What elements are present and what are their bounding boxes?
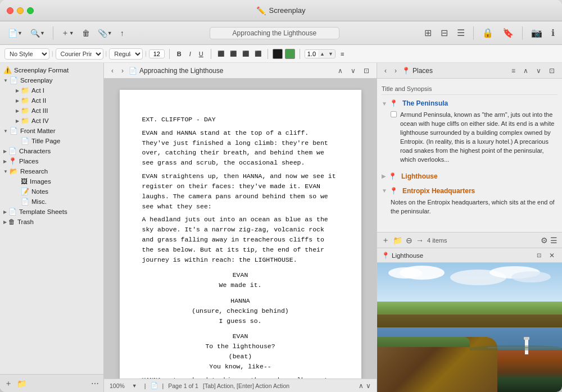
weight-select[interactable]: Regular bbox=[109, 48, 143, 60]
doc-scroll-up-button[interactable]: ∧ bbox=[359, 382, 364, 390]
sidebar-item-act4[interactable]: ▶ 📁 Act IV bbox=[0, 116, 103, 126]
sidebar: ⚠️ Screenplay Format ▼ 📄 Screenplay ▶ 📁 … bbox=[0, 63, 104, 392]
sidebar-folder-button[interactable]: 📁 bbox=[17, 379, 26, 388]
text-color-swatch[interactable] bbox=[273, 49, 283, 59]
sidebar-item-characters[interactable]: ▶ 📄 Characters bbox=[0, 146, 103, 156]
sidebar-item-images[interactable]: ▶ 🖼 Images bbox=[0, 176, 103, 186]
sidebar-item-front-matter[interactable]: ▼ 📄 Front Matter bbox=[0, 126, 103, 136]
panel-list-view-button[interactable]: ≡ bbox=[509, 66, 518, 76]
sidebar-more-button[interactable]: ⋯ bbox=[91, 379, 99, 388]
sidebar-item-screenplay[interactable]: ▼ 📄 Screenplay bbox=[0, 75, 103, 85]
panel-list-btn[interactable]: ☰ bbox=[550, 236, 558, 245]
grid-view-button[interactable]: ⊞ bbox=[422, 26, 434, 39]
lighthouse-cap bbox=[524, 337, 529, 340]
close-button[interactable] bbox=[7, 7, 13, 14]
doc-fullscreen-button[interactable]: ⊡ bbox=[361, 66, 372, 76]
distant-land bbox=[470, 345, 563, 350]
entropix-header[interactable]: ▼ 📍 Entropix Headquarters bbox=[382, 186, 558, 196]
sidebar-item-templates[interactable]: ▶ 📄 Template Sheets bbox=[0, 207, 103, 217]
panel-folder-button[interactable]: 📁 bbox=[393, 236, 402, 245]
panel-close-button[interactable]: ⊡ bbox=[546, 66, 558, 76]
align-center-button[interactable]: ⬛ bbox=[228, 49, 238, 58]
info-button[interactable]: ℹ bbox=[549, 26, 558, 39]
window-title: ✏️ Screenplay bbox=[256, 6, 305, 15]
font-select[interactable]: Courier Prime bbox=[56, 48, 103, 60]
bold-button[interactable]: B bbox=[174, 49, 184, 58]
peninsula-checkbox[interactable] bbox=[391, 111, 397, 117]
panel-title: 📍 Places bbox=[402, 67, 506, 75]
align-right-button[interactable]: ⬛ bbox=[241, 49, 251, 58]
act1-chevron-icon: ▶ bbox=[16, 88, 19, 93]
panel-down-button[interactable]: ∨ bbox=[533, 66, 544, 76]
minimize-button[interactable] bbox=[17, 7, 24, 14]
document-content-area[interactable]: EXT. CLIFFTOP - DAY EVAN and HANNA stand… bbox=[104, 79, 377, 379]
lock-icon: 🔒 bbox=[482, 28, 493, 38]
doc-scroll-down-button[interactable]: ∨ bbox=[366, 382, 371, 390]
panel-add-button[interactable]: ＋ bbox=[382, 235, 389, 245]
italic-button[interactable]: I bbox=[187, 49, 194, 58]
lock-button[interactable]: 🔒 bbox=[479, 26, 496, 39]
lighthouse-header[interactable]: ▶ 📍 Lighthouse bbox=[382, 171, 558, 181]
sidebar-item-act1[interactable]: ▶ 📁 Act I bbox=[0, 85, 103, 95]
page-info: Page 1 of 1 bbox=[168, 382, 198, 389]
bookmark-button[interactable]: 🔖 bbox=[500, 26, 516, 39]
peninsula-header[interactable]: ▼ 📍 The Peninsula bbox=[382, 98, 558, 108]
title-page-chevron-icon: ▶ bbox=[16, 139, 19, 144]
panel-settings-button[interactable]: ⚙ bbox=[541, 236, 548, 245]
line-spacing-up[interactable]: ▲ bbox=[318, 51, 327, 57]
document-page[interactable]: EXT. CLIFFTOP - DAY EVAN and HANNA stand… bbox=[120, 90, 361, 379]
sidebar-add-button[interactable]: ＋ bbox=[4, 379, 12, 389]
footer-sep2: | bbox=[162, 382, 164, 389]
peninsula-title: The Peninsula bbox=[402, 99, 448, 107]
doc-collapse-down-button[interactable]: ∨ bbox=[348, 66, 359, 76]
panel-up-button[interactable]: ∧ bbox=[520, 66, 531, 76]
list-style-button[interactable]: ≡ bbox=[338, 49, 347, 58]
character-3: EVAN bbox=[142, 331, 339, 341]
attach-button[interactable]: 📎 ▼ bbox=[94, 26, 116, 40]
font-size-input[interactable] bbox=[149, 49, 165, 58]
doc-collapse-up-button[interactable]: ∧ bbox=[335, 66, 346, 76]
lighthouse-title: Lighthouse bbox=[401, 172, 438, 180]
share-button[interactable]: ↑ bbox=[117, 26, 128, 40]
doc-back-button[interactable]: ‹ bbox=[108, 66, 116, 76]
sidebar-item-research[interactable]: ▼ 📂 Research bbox=[0, 166, 103, 176]
parenthetical-1: (unsure, checking behind) bbox=[142, 306, 339, 316]
style-select[interactable]: No Style bbox=[4, 48, 49, 60]
zoom-down-button[interactable]: ▼ bbox=[129, 382, 140, 390]
camera-button[interactable]: 📷 bbox=[528, 26, 545, 39]
panel-back-button[interactable]: ‹ bbox=[382, 66, 389, 76]
entropix-title: Entropix Headquarters bbox=[402, 187, 475, 195]
maximize-button[interactable] bbox=[27, 7, 34, 14]
dialog-2: I guess so. bbox=[170, 316, 311, 326]
sidebar-item-misc[interactable]: ▶ 📄 Misc. bbox=[0, 197, 103, 207]
weight-sep: | bbox=[145, 51, 147, 57]
panel-subtract-button[interactable]: ⊖ bbox=[406, 236, 413, 245]
image-panel-expand-button[interactable]: ⊡ bbox=[534, 251, 544, 259]
share-icon: ↑ bbox=[120, 29, 124, 38]
sidebar-item-trash[interactable]: ▶ 🗑 Trash bbox=[0, 217, 103, 227]
right-panel: ‹ › 📍 Places ≡ ∧ ∨ ⊡ Title and Synopsis bbox=[377, 63, 562, 392]
doc-forward-button[interactable]: › bbox=[119, 66, 126, 76]
image-panel-close-button[interactable]: ✕ bbox=[546, 250, 558, 261]
underline-button[interactable]: U bbox=[196, 49, 206, 58]
align-left-button[interactable]: ⬛ bbox=[216, 49, 226, 58]
add-button[interactable]: ＋ ▼ bbox=[58, 26, 78, 40]
sidebar-item-act2[interactable]: ▶ 📁 Act II bbox=[0, 95, 103, 106]
align-justify-button[interactable]: ⬛ bbox=[253, 49, 263, 58]
sidebar-item-notes[interactable]: ▶ 📝 Notes bbox=[0, 186, 103, 197]
search-button[interactable]: 🔍 ▼ bbox=[27, 26, 48, 40]
delete-button[interactable]: 🗑 bbox=[79, 26, 93, 40]
highlight-color-swatch[interactable] bbox=[285, 49, 295, 59]
columns-view-button[interactable]: ⊟ bbox=[438, 26, 451, 39]
line-spacing-down[interactable]: ▼ bbox=[327, 51, 335, 57]
panel-forward-button[interactable]: › bbox=[392, 66, 400, 76]
sidebar-item-title-page[interactable]: ▶ 📄 Title Page bbox=[0, 136, 103, 146]
new-document-button[interactable]: 📄 ▼ bbox=[4, 26, 26, 40]
list-view-button[interactable]: ☰ bbox=[454, 26, 468, 39]
sidebar-item-places[interactable]: ▶ 📍 Places bbox=[0, 156, 103, 166]
sidebar-item-format[interactable]: ⚠️ Screenplay Format bbox=[0, 65, 103, 75]
landscape-image-bottom bbox=[377, 327, 562, 392]
panel-arrow-button[interactable]: → bbox=[416, 236, 424, 245]
format-sep1 bbox=[169, 49, 170, 59]
sidebar-item-act3[interactable]: ▶ 📁 Act III bbox=[0, 106, 103, 116]
